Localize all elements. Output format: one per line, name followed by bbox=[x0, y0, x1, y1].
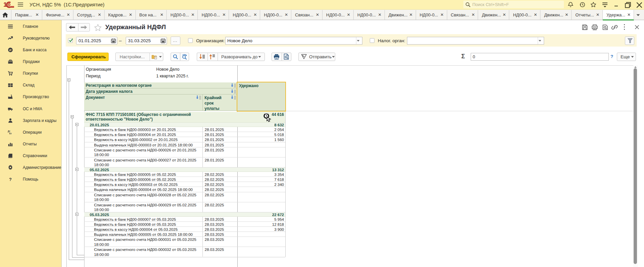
svg-text:?: ? bbox=[9, 177, 12, 182]
svg-text:Кт: Кт bbox=[9, 132, 12, 135]
svg-text:Р: Р bbox=[9, 48, 12, 52]
